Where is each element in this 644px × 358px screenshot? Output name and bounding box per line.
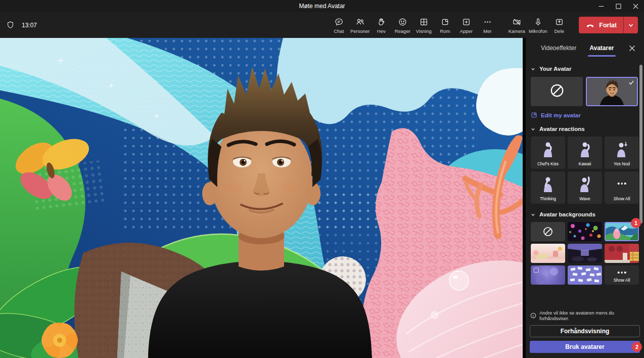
microphone-button[interactable]: Mikrofon — [527, 16, 548, 34]
background-tile-show-all[interactable]: Show All — [605, 265, 639, 285]
reaction-wave[interactable]: Wave — [568, 171, 602, 204]
section-your-avatar[interactable]: Your Avatar — [531, 66, 639, 72]
background-tile-bokeh[interactable] — [568, 222, 602, 241]
chevron-down-icon — [531, 127, 535, 131]
microphone-icon — [533, 17, 543, 27]
background-tile-sticky-notes[interactable] — [568, 265, 602, 285]
hangup-icon — [585, 20, 595, 30]
chat-button[interactable]: Chat — [328, 16, 349, 34]
rooms-icon — [440, 17, 450, 27]
maximize-button[interactable] — [610, 0, 627, 12]
close-button[interactable] — [627, 0, 644, 12]
selected-check-icon — [628, 79, 635, 88]
reaction-figure-icon — [576, 141, 593, 157]
ellipsis-icon — [618, 183, 626, 185]
raise-hand-icon — [377, 17, 386, 27]
leave-button[interactable]: Forlat — [579, 17, 623, 33]
view-button[interactable]: Visning — [413, 16, 434, 34]
toolbar-center: Chat Personer Hev Reager Visning Rom — [328, 16, 498, 34]
chevron-down-icon — [628, 22, 634, 28]
reaction-thinking[interactable]: Thinking — [531, 171, 565, 204]
reaction-kawaii[interactable]: Kawaii — [568, 137, 602, 169]
avatar-scene — [0, 38, 523, 358]
panel-footer: Andre vil ikke se avataren mens du forhå… — [526, 310, 644, 358]
ellipsis-icon — [618, 272, 626, 274]
chevron-down-icon — [531, 212, 535, 217]
people-button[interactable]: Personer — [349, 16, 371, 34]
raise-hand-button[interactable]: Hev — [371, 16, 392, 34]
reaction-yes-nod[interactable]: Yes Nod — [605, 137, 639, 169]
apps-icon — [462, 17, 471, 27]
rooms-button[interactable]: Rom — [434, 16, 455, 34]
background-tile-dark-room[interactable] — [568, 244, 602, 263]
shield-icon[interactable] — [6, 21, 15, 29]
teams-meeting-window: Møte med Avatar 13:07 Chat — [0, 0, 644, 358]
preview-info-text: Andre vil ikke se avataren mens du forhå… — [539, 310, 640, 321]
avatar-video-preview — [0, 38, 523, 358]
tab-avatarer[interactable]: Avatarer — [589, 44, 614, 52]
view-grid-icon — [419, 17, 429, 27]
apply-badge: 2 — [632, 342, 642, 352]
meeting-toolbar: 13:07 Chat Personer Hev Reager Visning — [0, 12, 644, 38]
meeting-timer: 13:07 — [22, 22, 37, 29]
preview-button[interactable]: Forhåndsvisning — [530, 325, 640, 337]
sticky-notes-thumbnail — [568, 265, 602, 285]
close-icon — [633, 4, 638, 9]
background-selected-badge: 1 — [631, 218, 641, 228]
red-room-thumbnail — [605, 244, 639, 263]
reaction-figure-icon — [539, 141, 557, 157]
react-smiley-icon — [398, 17, 407, 27]
share-icon — [555, 17, 564, 27]
edit-avatar-link[interactable]: Edit my avatar — [531, 112, 639, 118]
tab-videoeffekter[interactable]: Videoeffekter — [541, 44, 576, 52]
purple-abstract-thumbnail — [531, 265, 565, 285]
people-icon — [355, 17, 365, 27]
open-external-icon — [531, 112, 537, 118]
background-tile-red-room[interactable] — [605, 244, 639, 263]
section-avatar-reactions[interactable]: Avatar reactions — [531, 126, 639, 132]
reaction-figure-icon — [576, 176, 593, 192]
more-button[interactable]: Mer — [477, 16, 498, 34]
avatar-tile-my-avatar[interactable] — [586, 77, 638, 106]
leave-split-button: Forlat — [579, 17, 638, 33]
minimize-button[interactable] — [592, 0, 610, 12]
avatar-tile-none[interactable] — [531, 77, 583, 106]
reaction-figure-icon — [613, 141, 630, 157]
reaction-show-all[interactable]: Show All — [605, 171, 639, 204]
reaction-figure-icon — [539, 176, 557, 192]
no-background-icon — [531, 222, 565, 241]
panel-close-button[interactable] — [627, 43, 637, 53]
info-icon — [530, 312, 536, 319]
close-icon — [629, 45, 635, 52]
bokeh-thumbnail — [568, 222, 602, 241]
camera-button[interactable]: Kamera — [506, 16, 527, 34]
pastel-room-thumbnail — [531, 244, 565, 263]
toolbar-devices: Kamera Mikrofon Dele — [506, 16, 570, 34]
dark-room-thumbnail — [568, 244, 602, 263]
more-ellipsis-icon — [483, 17, 492, 27]
titlebar: Møte med Avatar — [0, 0, 644, 12]
minimize-icon — [599, 4, 604, 9]
leave-options-button[interactable] — [623, 17, 638, 33]
no-avatar-icon — [549, 83, 565, 100]
apply-avatars-button[interactable]: Bruk avatarer 2 — [530, 341, 640, 353]
apps-button[interactable]: Apper — [455, 16, 477, 34]
background-tile-landscape[interactable]: 1 — [605, 222, 639, 241]
effects-panel: Videoeffekter Avatarer Your Avatar — [526, 38, 644, 358]
chat-icon — [334, 17, 344, 27]
background-tile-none[interactable] — [531, 222, 565, 241]
reaction-chefs-kiss[interactable]: Chef's Kiss — [531, 137, 565, 169]
background-tile-pastel-room[interactable] — [531, 244, 565, 263]
section-avatar-backgrounds[interactable]: Avatar backgrounds — [531, 211, 639, 217]
chevron-down-icon — [531, 67, 535, 71]
window-title: Møte med Avatar — [0, 0, 644, 12]
react-button[interactable]: Reager — [392, 16, 413, 34]
panel-tabs: Videoeffekter Avatarer — [526, 38, 644, 58]
share-button[interactable]: Dele — [548, 16, 570, 34]
background-tile-purple-abstract[interactable] — [531, 265, 565, 285]
maximize-icon — [616, 4, 621, 9]
camera-off-icon — [512, 17, 522, 27]
panel-scrollbar[interactable] — [639, 65, 642, 223]
